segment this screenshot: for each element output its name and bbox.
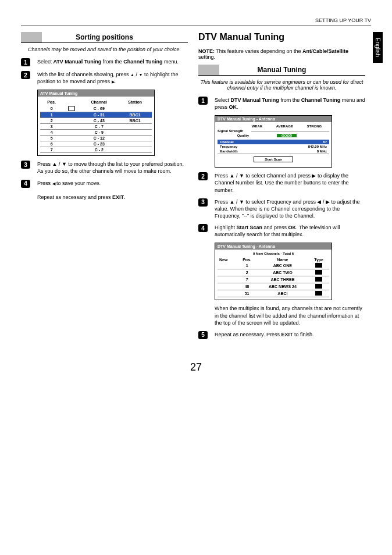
- quality-good-badge: GOOD: [277, 134, 297, 137]
- tv-type-icon: [315, 277, 322, 282]
- step-badge-5: 5: [198, 331, 208, 339]
- step-text: Highlight Start Scan and press OK. The t…: [215, 224, 365, 238]
- atv-box-title: ATV Manual Tuning: [38, 90, 154, 97]
- table-row: 1C - 31BBC1: [40, 112, 152, 118]
- dtv-step-1: 1 Select DTV Manual Tuning from the Chan…: [198, 97, 365, 111]
- step-text: Press ▲ / ▼ to select Channel and press …: [215, 172, 365, 193]
- table-row: 3C - 7: [40, 124, 152, 130]
- manual-intro: This feature is available for service en…: [198, 79, 365, 91]
- arrow-up-icon: [130, 72, 134, 77]
- bandwidth-row: Bandwidth 8 MHz: [218, 149, 329, 154]
- tv-type-icon: [315, 291, 322, 296]
- table-row: 5C - 12: [40, 136, 152, 141]
- table-row: 40ABC NEWS 24: [218, 283, 329, 290]
- frequency-row: Frequency 842.00 MHz: [218, 144, 329, 149]
- sorting-step-4: 4 Press to save your move. Repeat as nec…: [21, 180, 188, 201]
- dtv-results-box: DTV Manual Tuning - Antenna 0 New Channe…: [215, 243, 332, 300]
- table-row: 7C - 2: [40, 147, 152, 153]
- left-column: Sorting positions Channels may be moved …: [21, 27, 188, 344]
- header-section: SETTING UP YOUR TV: [21, 17, 371, 23]
- table-row: 7ABC THREE: [218, 276, 329, 283]
- step-text: Press ▲ / ▼ to move through the list to …: [37, 161, 188, 175]
- sorting-step-2: 2 With the list of channels showing, pre…: [21, 71, 188, 85]
- dtv-results-summary: 0 New Channels - Total 6: [218, 252, 329, 255]
- language-tab: English: [373, 32, 383, 63]
- sorting-step-1: 1 Select ATV Manual Tuning from the Chan…: [21, 58, 188, 66]
- step-text: Press ▲ / ▼ to select Frequency and pres…: [215, 198, 365, 219]
- sorting-step-3: 3 Press ▲ / ▼ to move through the list t…: [21, 161, 188, 175]
- dtv-step-3: 3 Press ▲ / ▼ to select Frequency and pr…: [198, 198, 365, 219]
- dtv-results-table: New Pos. Name Type 1ABC ONE2ABC TWO7ABC …: [218, 257, 329, 297]
- dtv-main-heading: DTV Manual Tuning: [198, 32, 365, 42]
- sorting-intro: Channels may be moved and saved to the p…: [21, 47, 188, 52]
- table-row: 6C - 23: [40, 141, 152, 147]
- tv-type-icon: [315, 270, 322, 275]
- manual-tuning-heading: Manual Tuning: [198, 65, 365, 76]
- step-badge-2: 2: [198, 172, 208, 180]
- step-text: Press to save your move. Repeat as neces…: [37, 180, 188, 201]
- step-badge-2: 2: [21, 71, 30, 79]
- table-row: 2ABC TWO: [218, 269, 329, 276]
- page-number: 27: [21, 361, 371, 373]
- channel-row: Channel 67: [218, 140, 329, 144]
- atv-channel-table: Pos. Channel Station 0C - 691C - 31BBC12…: [40, 99, 152, 153]
- table-row: 4C - 9: [40, 130, 152, 136]
- table-row: 2C - 43BBC1: [40, 118, 152, 124]
- dtv-step-5: 5 Repeat as necessary. Press EXIT to fin…: [198, 331, 365, 339]
- step-badge-3: 3: [198, 198, 208, 207]
- dtv-step-4: 4 Highlight Start Scan and press OK. The…: [198, 224, 365, 238]
- dtv-note: NOTE: This feature varies depending on t…: [198, 48, 365, 60]
- step-badge-1: 1: [21, 58, 30, 66]
- table-row: 51ABCi: [218, 290, 329, 297]
- atv-tuning-box: ATV Manual Tuning Pos. Channel Station 0…: [37, 90, 155, 156]
- dtv-box-title: DTV Manual Tuning - Antenna: [215, 116, 332, 122]
- step-badge-4: 4: [198, 224, 208, 232]
- step-badge-4: 4: [21, 180, 30, 188]
- step-badge-3: 3: [21, 161, 30, 169]
- step-badge-1: 1: [198, 97, 208, 105]
- table-row: 0C - 69: [40, 105, 152, 112]
- key-icon: [68, 106, 75, 111]
- step-text: Repeat as necessary. Press EXIT to finis…: [215, 331, 365, 338]
- tv-type-icon: [315, 284, 322, 289]
- header-rule: [21, 26, 371, 26]
- step-text: Select ATV Manual Tuning from the Channe…: [37, 58, 188, 65]
- dtv-results-title: DTV Manual Tuning - Antenna: [215, 243, 332, 250]
- table-row: 1ABC ONE: [218, 262, 329, 269]
- step-text: Select DTV Manual Tuning from the Channe…: [215, 97, 365, 111]
- right-column: DTV Manual Tuning NOTE: This feature var…: [198, 27, 365, 344]
- tv-type-icon: [315, 263, 322, 268]
- step-text: With the list of channels showing, press…: [37, 71, 188, 85]
- sorting-heading: Sorting positions: [21, 32, 188, 43]
- dtv-step-2: 2 Press ▲ / ▼ to select Channel and pres…: [198, 172, 365, 193]
- dtv-followup-text: When the multiplex is found, any channel…: [215, 305, 365, 326]
- start-scan-button[interactable]: Start Scan: [254, 156, 293, 162]
- dtv-tuning-box: DTV Manual Tuning - Antenna WEAK AVERAGE…: [215, 115, 332, 168]
